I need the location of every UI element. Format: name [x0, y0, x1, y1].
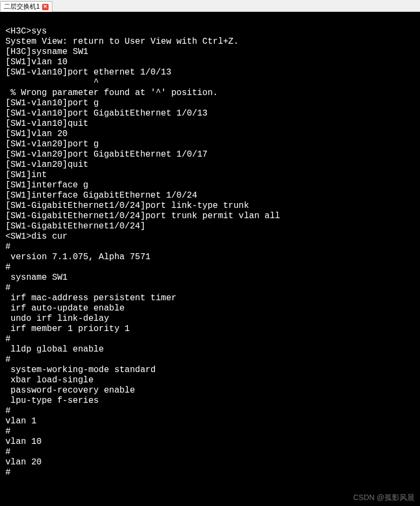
- terminal-line: #: [5, 262, 416, 273]
- terminal-line: [SW1-vlan10]port ethernet 1/0/13: [5, 68, 416, 78]
- terminal-line: ^: [5, 78, 416, 88]
- terminal-line: <SW1>dis cur: [5, 232, 416, 242]
- terminal-line: [SW1-GigabitEthernet1/0/24]port trunk pe…: [5, 211, 416, 221]
- terminal-line: [SW1]vlan 20: [5, 129, 416, 139]
- terminal-line: vlan 1: [5, 416, 416, 427]
- tab-title: 二层交换机1: [4, 2, 40, 11]
- terminal-line: irf auto-update enable: [5, 303, 416, 314]
- terminal-line: system-working-mode standard: [5, 365, 416, 375]
- terminal-line: lpu-type f-series: [5, 396, 416, 406]
- terminal-line: lldp global enable: [5, 345, 416, 355]
- tab-active[interactable]: 二层交换机1 ✕: [0, 1, 52, 12]
- terminal-line: [SW1-vlan10]quit: [5, 119, 416, 129]
- terminal-line: [SW1-vlan10]port g: [5, 98, 416, 109]
- terminal-line: [SW1-vlan20]port GigabitEthernet 1/0/17: [5, 150, 416, 160]
- terminal-line: version 7.1.075, Alpha 7571: [5, 252, 416, 262]
- terminal-line: password-recovery enable: [5, 386, 416, 396]
- terminal-line: undo irf link-delay: [5, 314, 416, 324]
- terminal-line: [SW1]interface GigabitEthernet 1/0/24: [5, 191, 416, 201]
- terminal-line: irf mac-address persistent timer: [5, 293, 416, 303]
- terminal-line: <H3C>sys: [5, 26, 416, 37]
- terminal-line: #: [5, 468, 416, 478]
- terminal-output[interactable]: <H3C>sysSystem View: return to User View…: [0, 12, 420, 506]
- terminal-line: [SW1]interface g: [5, 180, 416, 191]
- terminal-line: [SW1-vlan10]port GigabitEthernet 1/0/13: [5, 109, 416, 119]
- terminal-line: [H3C]sysname SW1: [5, 47, 416, 57]
- terminal-line: [SW1-GigabitEthernet1/0/24]: [5, 221, 416, 232]
- terminal-line: irf member 1 priority 1: [5, 324, 416, 334]
- terminal-line: [SW1]vlan 10: [5, 57, 416, 68]
- terminal-line: vlan 10: [5, 437, 416, 447]
- terminal-line: [SW1]int: [5, 170, 416, 180]
- terminal-line: xbar load-single: [5, 375, 416, 386]
- terminal-line: #: [5, 406, 416, 416]
- terminal-line: [SW1-vlan20]quit: [5, 160, 416, 170]
- terminal-line: [5, 16, 416, 26]
- tab-bar: 二层交换机1 ✕: [0, 0, 420, 12]
- terminal-line: #: [5, 283, 416, 293]
- terminal-line: #: [5, 334, 416, 345]
- terminal-line: vlan 20: [5, 457, 416, 468]
- close-icon[interactable]: ✕: [42, 4, 49, 10]
- terminal-line: #: [5, 427, 416, 437]
- terminal-line: #: [5, 242, 416, 252]
- terminal-line: % Wrong parameter found at '^' position.: [5, 88, 416, 98]
- terminal-line: System View: return to User View with Ct…: [5, 37, 416, 47]
- terminal-line: [SW1-GigabitEthernet1/0/24]port link-typ…: [5, 201, 416, 211]
- terminal-line: #: [5, 355, 416, 365]
- terminal-line: [SW1-vlan20]port g: [5, 139, 416, 150]
- terminal-line: sysname SW1: [5, 273, 416, 283]
- terminal-line: #: [5, 447, 416, 457]
